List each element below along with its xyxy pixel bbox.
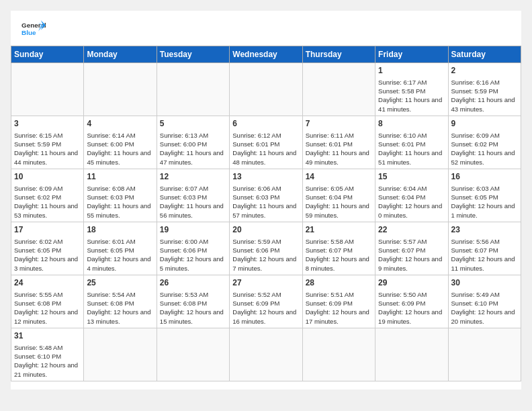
page-header: General Blue [11,11,521,40]
calendar-cell: 31Sunrise: 5:48 AM Sunset: 6:10 PM Dayli… [11,328,84,381]
day-number: 29 [378,277,445,289]
logo: General Blue [21,19,46,38]
calendar-cell: 24Sunrise: 5:55 AM Sunset: 6:08 PM Dayli… [11,275,84,328]
calendar-cell: 14Sunrise: 6:05 AM Sunset: 6:04 PM Dayli… [302,169,375,222]
calendar-cell: 2Sunrise: 6:16 AM Sunset: 5:59 PM Daylig… [448,63,521,116]
calendar-cell: 4Sunrise: 6:14 AM Sunset: 6:00 PM Daylig… [84,116,157,169]
day-info: Sunrise: 5:52 AM Sunset: 6:09 PM Dayligh… [232,290,299,326]
calendar-cell: 12Sunrise: 6:07 AM Sunset: 6:03 PM Dayli… [157,169,229,222]
day-number: 11 [87,171,153,183]
calendar-cell [11,63,84,116]
calendar-cell: 18Sunrise: 6:01 AM Sunset: 6:05 PM Dayli… [84,222,157,275]
day-number: 18 [87,224,153,236]
calendar-cell: 21Sunrise: 5:58 AM Sunset: 6:07 PM Dayli… [302,222,375,275]
calendar-cell [230,328,302,381]
day-info: Sunrise: 6:13 AM Sunset: 6:00 PM Dayligh… [160,131,226,167]
calendar-cell: 8Sunrise: 6:10 AM Sunset: 6:01 PM Daylig… [375,116,448,169]
day-number: 26 [160,277,226,289]
calendar-cell: 22Sunrise: 5:57 AM Sunset: 6:07 PM Dayli… [375,222,448,275]
day-info: Sunrise: 6:09 AM Sunset: 6:02 PM Dayligh… [14,184,81,220]
generalblue-logo-icon: General Blue [21,19,46,38]
calendar-week-row: 17Sunrise: 6:02 AM Sunset: 6:05 PM Dayli… [11,222,521,275]
calendar-cell: 7Sunrise: 6:11 AM Sunset: 6:01 PM Daylig… [302,116,375,169]
calendar-week-row: 31Sunrise: 5:48 AM Sunset: 6:10 PM Dayli… [11,328,521,381]
day-number: 12 [160,171,226,183]
day-number: 28 [306,277,372,289]
day-number: 8 [378,118,445,130]
svg-text:Blue: Blue [21,29,36,36]
day-info: Sunrise: 6:10 AM Sunset: 6:01 PM Dayligh… [378,131,445,167]
day-info: Sunrise: 6:02 AM Sunset: 6:05 PM Dayligh… [14,237,81,273]
day-number: 24 [14,277,81,289]
header-monday: Monday [84,46,157,63]
calendar-cell: 20Sunrise: 5:59 AM Sunset: 6:06 PM Dayli… [230,222,302,275]
day-number: 16 [451,171,518,183]
day-number: 3 [14,118,81,130]
day-info: Sunrise: 5:59 AM Sunset: 6:06 PM Dayligh… [232,237,299,273]
calendar-cell [84,63,157,116]
day-info: Sunrise: 6:03 AM Sunset: 6:05 PM Dayligh… [451,184,518,220]
day-info: Sunrise: 6:17 AM Sunset: 5:58 PM Dayligh… [378,78,445,113]
header-sunday: Sunday [11,46,84,63]
header-tuesday: Tuesday [157,46,229,63]
day-info: Sunrise: 5:51 AM Sunset: 6:09 PM Dayligh… [306,290,372,326]
calendar-cell: 26Sunrise: 5:53 AM Sunset: 6:08 PM Dayli… [157,275,229,328]
calendar-cell: 11Sunrise: 6:08 AM Sunset: 6:03 PM Dayli… [84,169,157,222]
day-info: Sunrise: 6:05 AM Sunset: 6:04 PM Dayligh… [306,184,372,220]
day-info: Sunrise: 5:49 AM Sunset: 6:10 PM Dayligh… [451,290,518,326]
day-number: 23 [451,224,518,236]
calendar-cell: 27Sunrise: 5:52 AM Sunset: 6:09 PM Dayli… [230,275,302,328]
day-number: 27 [232,277,299,289]
calendar-table: Sunday Monday Tuesday Wednesday Thursday… [11,46,521,381]
day-info: Sunrise: 5:48 AM Sunset: 6:10 PM Dayligh… [14,343,81,379]
calendar-cell [448,328,521,381]
day-number: 10 [14,171,81,183]
day-info: Sunrise: 6:01 AM Sunset: 6:05 PM Dayligh… [87,237,153,273]
calendar-cell: 15Sunrise: 6:04 AM Sunset: 6:04 PM Dayli… [375,169,448,222]
calendar-page: General Blue Sunday Monday Tuesday Wedne… [11,11,521,390]
calendar-cell [375,328,448,381]
calendar-cell [230,63,302,116]
calendar-cell [302,328,375,381]
day-number: 19 [160,224,226,236]
calendar-week-row: 1Sunrise: 6:17 AM Sunset: 5:58 PM Daylig… [11,63,521,116]
calendar-cell: 23Sunrise: 5:56 AM Sunset: 6:07 PM Dayli… [448,222,521,275]
day-info: Sunrise: 6:00 AM Sunset: 6:06 PM Dayligh… [160,237,226,273]
day-number: 30 [451,277,518,289]
day-number: 13 [232,171,299,183]
day-info: Sunrise: 5:53 AM Sunset: 6:08 PM Dayligh… [160,290,226,326]
day-info: Sunrise: 6:15 AM Sunset: 5:59 PM Dayligh… [14,131,81,167]
day-number: 20 [232,224,299,236]
calendar-cell: 6Sunrise: 6:12 AM Sunset: 6:01 PM Daylig… [230,116,302,169]
calendar-cell: 13Sunrise: 6:06 AM Sunset: 6:03 PM Dayli… [230,169,302,222]
weekday-header-row: Sunday Monday Tuesday Wednesday Thursday… [11,46,521,63]
day-number: 9 [451,118,518,130]
calendar-cell: 5Sunrise: 6:13 AM Sunset: 6:00 PM Daylig… [157,116,229,169]
calendar-week-row: 3Sunrise: 6:15 AM Sunset: 5:59 PM Daylig… [11,116,521,169]
day-number: 14 [306,171,372,183]
day-info: Sunrise: 6:06 AM Sunset: 6:03 PM Dayligh… [232,184,299,220]
calendar-cell [157,328,229,381]
calendar-cell [84,328,157,381]
calendar-cell: 1Sunrise: 6:17 AM Sunset: 5:58 PM Daylig… [375,63,448,116]
day-info: Sunrise: 6:14 AM Sunset: 6:00 PM Dayligh… [87,131,153,167]
day-info: Sunrise: 5:54 AM Sunset: 6:08 PM Dayligh… [87,290,153,326]
day-info: Sunrise: 5:55 AM Sunset: 6:08 PM Dayligh… [14,290,81,326]
day-number: 5 [160,118,226,130]
day-number: 6 [232,118,299,130]
day-info: Sunrise: 5:57 AM Sunset: 6:07 PM Dayligh… [378,237,445,273]
day-number: 25 [87,277,153,289]
day-info: Sunrise: 6:16 AM Sunset: 5:59 PM Dayligh… [451,78,518,113]
calendar-cell: 9Sunrise: 6:09 AM Sunset: 6:02 PM Daylig… [448,116,521,169]
calendar-cell: 30Sunrise: 5:49 AM Sunset: 6:10 PM Dayli… [448,275,521,328]
day-number: 17 [14,224,81,236]
day-info: Sunrise: 5:50 AM Sunset: 6:09 PM Dayligh… [378,290,445,326]
header-thursday: Thursday [302,46,375,63]
calendar-cell: 25Sunrise: 5:54 AM Sunset: 6:08 PM Dayli… [84,275,157,328]
day-info: Sunrise: 6:11 AM Sunset: 6:01 PM Dayligh… [306,131,372,167]
day-info: Sunrise: 6:04 AM Sunset: 6:04 PM Dayligh… [378,184,445,220]
day-info: Sunrise: 6:09 AM Sunset: 6:02 PM Dayligh… [451,131,518,167]
day-number: 4 [87,118,153,130]
day-number: 21 [306,224,372,236]
day-number: 7 [306,118,372,130]
